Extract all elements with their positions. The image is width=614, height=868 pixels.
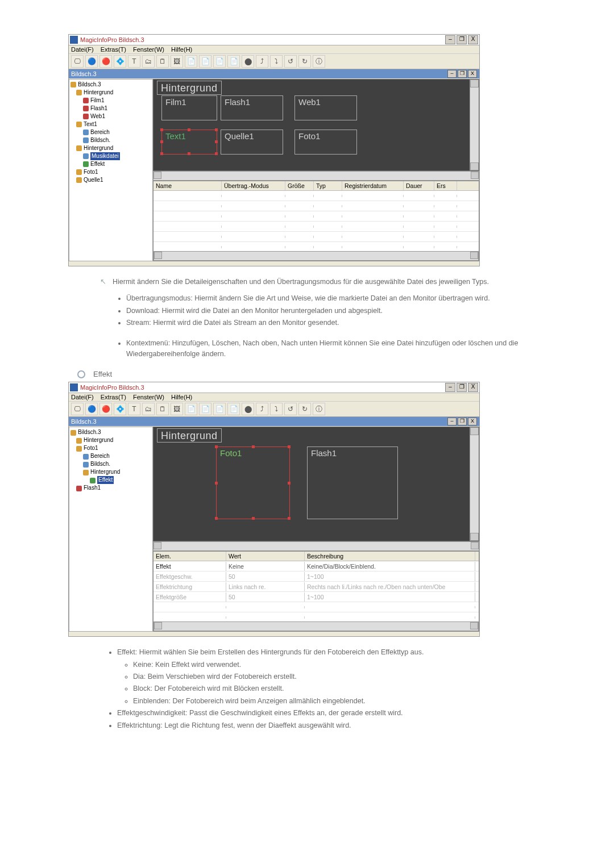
canvas-scrollbar-v[interactable] bbox=[470, 427, 479, 541]
toolbar-btn-9[interactable]: 📄 bbox=[199, 55, 211, 68]
toolbar-btn-2[interactable]: 🔴 bbox=[99, 403, 112, 415]
canvas-scrollbar-h[interactable] bbox=[153, 541, 479, 551]
region-quelle1[interactable]: Quelle1 bbox=[221, 130, 283, 155]
region-hintergrund[interactable]: Hintergrund bbox=[157, 81, 222, 95]
region-foto1[interactable]: Foto1 bbox=[216, 446, 290, 519]
tree-item[interactable]: Foto1 bbox=[70, 444, 151, 452]
tree-item[interactable]: Quelle1 bbox=[70, 176, 151, 184]
doc-min-button[interactable]: – bbox=[447, 418, 457, 425]
tree-item[interactable]: Bereich bbox=[70, 128, 151, 136]
tree-item[interactable]: Effekt bbox=[70, 476, 151, 484]
close-button[interactable]: X bbox=[468, 35, 478, 44]
toolbar-btn-6[interactable]: 🗒 bbox=[156, 403, 169, 415]
property-row[interactable]: EffektrichtungLinks nach re.Rechts nach … bbox=[154, 582, 479, 592]
toolbar-btn-13[interactable]: ⤴ bbox=[256, 403, 268, 415]
title-bar[interactable]: MagicInfoPro Bildsch.3 – ❐ X bbox=[69, 35, 479, 45]
close-button[interactable]: X bbox=[468, 383, 478, 392]
toolbar-btn-12[interactable]: ⬤ bbox=[242, 403, 254, 415]
tree-item[interactable]: Hintergrund bbox=[70, 144, 151, 152]
tree-item[interactable]: Bildsch.3 bbox=[70, 428, 151, 436]
toolbar-btn-3[interactable]: 💠 bbox=[114, 55, 126, 68]
property-row[interactable]: EffektKeineKeine/Dia/Block/Einblend. bbox=[154, 561, 479, 571]
toolbar-btn-9[interactable]: 📄 bbox=[199, 403, 211, 415]
toolbar-btn-6[interactable]: 🗒 bbox=[156, 55, 169, 68]
toolbar-btn-1[interactable]: 🔵 bbox=[85, 403, 98, 415]
property-row[interactable]: Effektgeschw.501~100 bbox=[154, 571, 479, 582]
tree-item[interactable]: Musikdatei bbox=[70, 152, 151, 160]
menu-file[interactable]: Datei(F) bbox=[71, 46, 94, 53]
menu-extras[interactable]: Extras(T) bbox=[101, 394, 126, 400]
toolbar-btn-4[interactable]: T bbox=[128, 55, 140, 68]
file-grid-scrollbar-h[interactable] bbox=[154, 251, 479, 261]
layout-canvas[interactable]: Hintergrund Foto1 Flash1 bbox=[153, 427, 479, 541]
toolbar-btn-4[interactable]: T bbox=[128, 403, 140, 415]
toolbar-btn-15[interactable]: ↺ bbox=[284, 403, 297, 415]
toolbar-btn-0[interactable]: 🖵 bbox=[71, 403, 84, 415]
properties-grid-body[interactable]: EffektKeineKeine/Dia/Block/Einblend.Effe… bbox=[154, 561, 479, 621]
toolbar-btn-5[interactable]: 🗂 bbox=[142, 55, 155, 68]
toolbar-btn-5[interactable]: 🗂 bbox=[142, 403, 155, 415]
menu-extras[interactable]: Extras(T) bbox=[101, 46, 126, 53]
toolbar-btn-12[interactable]: ⬤ bbox=[242, 55, 254, 68]
tree-item[interactable]: Foto1 bbox=[70, 168, 151, 176]
canvas-scrollbar-v[interactable] bbox=[470, 80, 479, 170]
menu-bar[interactable]: Datei(F) Extras(T) Fenster(W) Hilfe(H) bbox=[69, 45, 479, 54]
file-grid[interactable]: Name Übertrag.-Modus Größe Typ Registrie… bbox=[153, 181, 479, 261]
document-title-bar[interactable]: Bildsch.3 – ❐ X bbox=[69, 417, 479, 426]
toolbar-btn-0[interactable]: 🖵 bbox=[71, 55, 84, 68]
property-row[interactable]: Effektgröße501~100 bbox=[154, 592, 479, 602]
menu-window[interactable]: Fenster(W) bbox=[133, 46, 164, 53]
region-film1[interactable]: Film1 bbox=[161, 95, 217, 120]
tree-item[interactable]: Hintergrund bbox=[70, 468, 151, 476]
tree-item[interactable]: Hintergrund bbox=[70, 89, 151, 97]
menu-bar[interactable]: Datei(F) Extras(T) Fenster(W) Hilfe(H) bbox=[69, 393, 479, 402]
toolbar-btn-15[interactable]: ↺ bbox=[284, 55, 297, 68]
tree-item[interactable]: Film1 bbox=[70, 97, 151, 105]
toolbar-btn-16[interactable]: ↻ bbox=[298, 403, 311, 415]
restore-button[interactable]: ❐ bbox=[457, 35, 467, 44]
menu-file[interactable]: Datei(F) bbox=[71, 394, 94, 400]
toolbar-btn-7[interactable]: 🖼 bbox=[171, 55, 183, 68]
region-flash1[interactable]: Flash1 bbox=[221, 95, 283, 120]
region-flash1[interactable]: Flash1 bbox=[307, 446, 398, 519]
minimize-button[interactable]: – bbox=[445, 383, 455, 392]
restore-button[interactable]: ❐ bbox=[457, 383, 467, 392]
toolbar-btn-14[interactable]: ⤵ bbox=[270, 55, 283, 68]
tree-item[interactable]: Text1 bbox=[70, 120, 151, 128]
toolbar-btn-8[interactable]: 📄 bbox=[185, 403, 197, 415]
doc-restore-button[interactable]: ❐ bbox=[458, 418, 467, 425]
tree-item[interactable]: Bereich bbox=[70, 452, 151, 460]
region-foto1[interactable]: Foto1 bbox=[294, 130, 357, 155]
doc-restore-button[interactable]: ❐ bbox=[458, 70, 467, 78]
doc-min-button[interactable]: – bbox=[447, 70, 457, 78]
properties-grid[interactable]: Elem. Wert Beschreibung EffektKeineKeine… bbox=[153, 551, 479, 632]
canvas-scrollbar-h[interactable] bbox=[153, 171, 479, 181]
toolbar-btn-14[interactable]: ⤵ bbox=[270, 403, 283, 415]
doc-close-button[interactable]: X bbox=[468, 70, 477, 78]
tree-item[interactable]: Web1 bbox=[70, 112, 151, 120]
region-hintergrund[interactable]: Hintergrund bbox=[157, 428, 222, 443]
menu-help[interactable]: Hilfe(H) bbox=[171, 46, 192, 53]
toolbar-btn-7[interactable]: 🖼 bbox=[171, 403, 183, 415]
tree-item[interactable]: Effekt bbox=[70, 160, 151, 168]
toolbar-btn-16[interactable]: ↻ bbox=[298, 55, 311, 68]
toolbar-btn-13[interactable]: ⤴ bbox=[256, 55, 268, 68]
toolbar-btn-17[interactable]: ⓘ bbox=[313, 55, 325, 68]
tree-pane[interactable]: Bildsch.3HintergrundFilm1Flash1Web1Text1… bbox=[69, 79, 153, 261]
minimize-button[interactable]: – bbox=[445, 35, 455, 44]
document-title-bar[interactable]: Bildsch.3 – ❐ X bbox=[69, 69, 479, 78]
region-text1[interactable]: Text1 bbox=[161, 130, 217, 155]
doc-close-button[interactable]: X bbox=[468, 418, 477, 425]
toolbar-btn-2[interactable]: 🔴 bbox=[99, 55, 112, 68]
toolbar-btn-11[interactable]: 📄 bbox=[227, 403, 240, 415]
toolbar-btn-17[interactable]: ⓘ bbox=[313, 403, 325, 415]
toolbar-btn-8[interactable]: 📄 bbox=[185, 55, 197, 68]
tree-item[interactable]: Flash1 bbox=[70, 484, 151, 492]
region-web1[interactable]: Web1 bbox=[294, 95, 357, 120]
tree-item[interactable]: Bildsch. bbox=[70, 460, 151, 468]
toolbar-btn-11[interactable]: 📄 bbox=[227, 55, 240, 68]
tree-item[interactable]: Bildsch.3 bbox=[70, 81, 151, 89]
tree-item[interactable]: Flash1 bbox=[70, 105, 151, 112]
tree-pane[interactable]: Bildsch.3HintergrundFoto1BereichBildsch.… bbox=[69, 427, 153, 632]
menu-window[interactable]: Fenster(W) bbox=[133, 394, 164, 400]
